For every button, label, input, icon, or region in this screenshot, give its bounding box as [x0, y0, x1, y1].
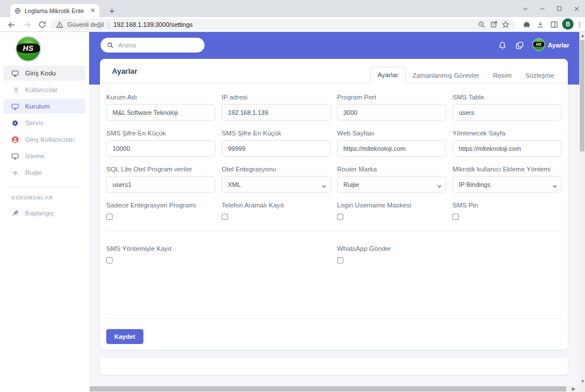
bookmark-star-icon[interactable] [502, 21, 510, 29]
field-label: Kurum Adı [106, 94, 215, 101]
downloads-icon[interactable] [535, 19, 546, 30]
mikrotik-ekleme-yontemi-select[interactable]: IP Bindings [452, 176, 562, 193]
user-avatar-band: HS [532, 42, 545, 47]
field-label: Sadece Entegrasyon Programı [106, 202, 215, 209]
field-label: IP adresi [222, 94, 331, 101]
field-sms-pin: SMS Pin [452, 202, 562, 220]
sidebar-item-label: Kurulum [25, 103, 50, 110]
monitor-icon [11, 152, 19, 160]
otel-entegrasyonu-select[interactable]: XML [222, 176, 331, 193]
sidebar-item-label: İzleme [25, 153, 45, 159]
user-avatar-text: HS [536, 42, 541, 46]
login-username-maskesi-checkbox[interactable] [337, 214, 343, 220]
field-label: SMS Table [452, 94, 562, 101]
search-icon [107, 42, 114, 49]
window-maximize-button[interactable] [551, 0, 568, 17]
tab-title: Loglama Mikrotik Entegrasyon G [25, 7, 84, 14]
horizontal-scrollbar-thumb[interactable] [90, 386, 566, 391]
field-sadece-entegrasyon: Sadece Entegrasyon Programı [106, 202, 215, 220]
sms-sifre-min-input[interactable] [106, 140, 215, 157]
field-label: Program Port [337, 94, 446, 101]
tab-search-icon[interactable] [516, 0, 534, 17]
sidebar-item-servis[interactable]: Servis [3, 115, 86, 130]
forward-icon[interactable] [21, 19, 33, 30]
field-yonlenecek-sayfa: Yönlenecek Sayfa [452, 130, 562, 157]
window-minimize-button[interactable] [534, 0, 551, 17]
scroll-down-icon[interactable]: ▼ [580, 379, 585, 384]
field-label: Telefon Aramalı Kayıt [222, 202, 331, 209]
field-sms-sifre-min: SMS Şifre En Küçük [106, 130, 215, 157]
scroll-right-icon[interactable]: ▶ [572, 387, 575, 391]
sidebar-item-label: Başlangıç [25, 210, 54, 217]
vertical-scrollbar-thumb[interactable] [580, 40, 584, 151]
telefon-aramali-checkbox[interactable] [222, 214, 228, 220]
sms-pin-checkbox[interactable] [452, 214, 459, 220]
tab-ayarlar[interactable]: Ayarlar [370, 67, 406, 83]
program-port-input[interactable] [337, 104, 446, 121]
extensions-puzzle-icon[interactable] [521, 19, 532, 30]
field-label: Web Sayfası [337, 130, 446, 137]
tab-resim[interactable]: Resim [486, 68, 519, 83]
search-input[interactable]: Arama [101, 38, 205, 53]
tab-close-icon[interactable]: ✕ [90, 7, 95, 14]
monitor-icon [11, 69, 19, 77]
field-otel-entegrasyonu: Otel Entegrasyonu XML [222, 166, 331, 193]
sqlite-otel-input[interactable] [106, 176, 215, 193]
window-close-button[interactable] [568, 0, 585, 17]
sms-table-input[interactable] [452, 104, 562, 121]
scroll-up-icon[interactable]: ▲ [580, 34, 585, 38]
user-menu-label[interactable]: Ayarlar [548, 42, 570, 49]
ip-adresi-input[interactable] [222, 104, 331, 121]
field-label: SMS Yöntemiyle Kayıt [106, 245, 215, 252]
sidebar-divider [8, 187, 81, 187]
sidebar-item-baslangic[interactable]: Başlangıç [3, 206, 86, 221]
apps-copy-icon[interactable] [514, 40, 524, 50]
url-bar[interactable]: Güvenli değil | 192.168.1.139:3000/setti… [50, 19, 515, 30]
field-kurum-adi: Kurum Adı [106, 94, 215, 121]
browser-tab[interactable]: Loglama Mikrotik Entegrasyon G ✕ [10, 4, 99, 17]
save-button[interactable]: Kaydet [106, 329, 143, 344]
field-sqlite-otel: SQL Lite Otel Program veriler [106, 166, 215, 193]
field-label: Otel Entegrasyonu [222, 166, 331, 173]
web-sayfasi-input[interactable] [337, 140, 446, 157]
section-divider [106, 231, 562, 231]
field-sms-sifre-max: SMS Şifre En Küçük [222, 130, 331, 157]
kurum-adi-input[interactable] [106, 104, 215, 121]
sidebar-item-giris-kullanicilari[interactable]: Giriş Kullanıcıları [3, 132, 86, 147]
zoom-out-icon[interactable] [478, 21, 486, 29]
sidebar-item-giris-kodu[interactable]: Giriş Kodu [3, 66, 86, 81]
sidebar-item-izleme[interactable]: İzleme [3, 149, 86, 163]
sms-sifre-max-input[interactable] [222, 140, 331, 157]
sidebar-item-label: Ruijie [25, 169, 42, 176]
app-logo[interactable]: HS [15, 36, 41, 62]
sidebar-section-title: DOKÜMANLAR [0, 193, 89, 204]
card-header: Ayarlar Ayarlar Zamanlanmış Görevler Res… [100, 59, 568, 83]
side-panel-icon[interactable] [548, 19, 560, 30]
sidebar-item-kurulum[interactable]: Kurulum [3, 99, 86, 114]
sidebar-item-label: Kullanıcılar [25, 86, 58, 93]
back-icon[interactable] [6, 19, 17, 30]
share-icon[interactable] [490, 21, 498, 29]
sidebar-item-ruijie[interactable]: Ruijie [3, 165, 86, 180]
browser-menu-icon[interactable] [574, 19, 585, 30]
settings-card: Ayarlar Ayarlar Zamanlanmış Görevler Res… [100, 59, 568, 350]
rocket-icon [11, 209, 19, 217]
field-label: Router Marka [337, 166, 446, 173]
sidebar-item-kullanicilar[interactable]: Kullanıcılar [3, 82, 86, 97]
url-separator: | [108, 21, 110, 28]
yonlenecek-sayfa-input[interactable] [452, 140, 562, 157]
user-avatar[interactable]: HS [532, 38, 545, 51]
router-marka-select[interactable]: Ruijie [337, 176, 446, 193]
browser-profile-avatar[interactable]: B [562, 18, 574, 30]
sadece-entegrasyon-checkbox[interactable] [106, 214, 113, 220]
sms-yontemiyle-kayit-checkbox[interactable] [106, 257, 113, 263]
new-tab-button[interactable]: + [106, 5, 118, 16]
whatsapp-gonder-checkbox[interactable] [337, 257, 343, 263]
field-label: WhatsApp Gönder [337, 245, 446, 252]
tab-sozlesme[interactable]: Sözleşme [519, 68, 562, 83]
reload-icon[interactable] [37, 19, 48, 30]
field-sms-table: SMS Table [452, 94, 562, 121]
notifications-bell-icon[interactable] [497, 40, 507, 50]
field-label: Mikrotik kullanıcı Ekleme Yöntemi [452, 166, 562, 173]
tab-zamanlanmis-gorevler[interactable]: Zamanlanmış Görevler [406, 68, 486, 83]
